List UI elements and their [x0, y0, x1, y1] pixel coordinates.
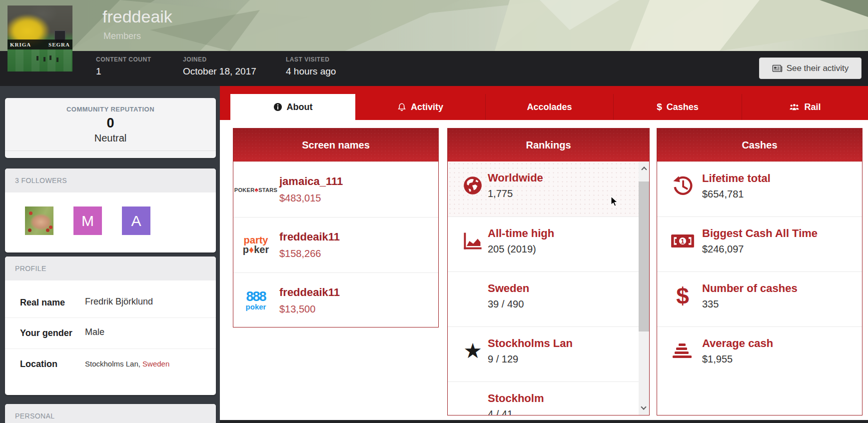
info-circle-icon: [273, 102, 282, 112]
rankings-scrollbar[interactable]: [639, 162, 649, 415]
follower-avatar-photo[interactable]: [25, 206, 53, 235]
screen-name: freddeaik11: [279, 286, 340, 299]
pokerstars-logo: POKER♠STARS: [236, 186, 275, 194]
avatar-banner-right: SEGRA: [48, 42, 70, 48]
cash-row-average-cash[interactable]: Average cash $1,955: [657, 326, 862, 382]
scroll-up-arrow-icon[interactable]: [641, 166, 647, 172]
profile-header: PROFILE: [5, 256, 216, 280]
profile-row-gender: Your gender Male: [5, 318, 216, 348]
cash-row-biggest-cash[interactable]: 1 Biggest Cash All Time $246,097: [657, 216, 862, 272]
cashes-header: Cashes: [657, 128, 862, 162]
ranking-row-stockholm[interactable]: Stockholm 4 / 41: [448, 382, 639, 415]
member-profile-page: KRIGA SEGRA freddeaik Members CONTENT CO…: [0, 0, 868, 423]
profile-card: PROFILE Real name Fredrik Björklund Your…: [5, 256, 216, 395]
location-region: Stockholms Lan,: [85, 360, 142, 368]
followers-header: 3 FOLLOWERS: [5, 168, 216, 192]
profile-stats-bar: CONTENT COUNT 1 JOINED October 18, 2017 …: [0, 51, 868, 86]
stat-content-count: CONTENT COUNT 1: [96, 56, 151, 77]
cash-row-number-of-cashes[interactable]: $ Number of cashes 335: [657, 272, 862, 326]
avatar-pitch: [7, 48, 72, 72]
screen-names-panel: Screen names POKER♠STARS jamaica_111 $48…: [233, 128, 439, 328]
poker888-logo: 888 poker: [236, 290, 275, 310]
ranking-row-stockholms-lan[interactable]: ★ Stockholms Lan 9 / 129: [448, 326, 639, 382]
reputation-title: COMMUNITY REPUTATION: [5, 106, 216, 113]
tab-activity[interactable]: Activity: [355, 94, 485, 120]
cash-row-lifetime-total[interactable]: Lifetime total $654,781: [657, 162, 862, 216]
profile-avatar[interactable]: KRIGA SEGRA: [7, 6, 72, 72]
ranking-row-sweden[interactable]: Sweden 39 / 490: [448, 272, 639, 326]
avatar-figures: [36, 56, 38, 60]
community-reputation-card: COMMUNITY REPUTATION 0 Neutral: [5, 98, 216, 158]
scrollbar-thumb[interactable]: [639, 182, 649, 332]
screen-name: jamaica_111: [279, 175, 343, 188]
avatar-banner-left: KRIGA: [10, 42, 31, 48]
partypoker-logo: party p♦ker: [236, 236, 275, 254]
rankings-list: Worldwide 1,775 All-time high 205 (2019): [448, 162, 639, 415]
profile-tab-bar: About Activity Accolades $ Cashes: [220, 86, 868, 120]
screen-name-row-888poker: 888 poker freddeaik11 $13,500: [233, 272, 438, 328]
dollar-icon: $: [657, 102, 662, 112]
see-activity-button[interactable]: See their activity: [759, 58, 862, 79]
users-icon: [789, 103, 800, 112]
star-icon: ★: [460, 338, 486, 364]
location-country-link[interactable]: Sweden: [142, 360, 169, 368]
rankings-panel: Rankings Worldwide 1,775: [447, 128, 650, 416]
stat-joined: JOINED October 18, 2017: [183, 56, 256, 77]
cashes-panel: Cashes Lifetime total $654,781: [657, 128, 863, 416]
newspaper-icon: [772, 64, 783, 73]
screen-name: freddeaik11: [279, 230, 340, 244]
area-chart-icon: [460, 228, 486, 254]
divider: [5, 150, 216, 151]
ranking-row-alltime-high[interactable]: All-time high 205 (2019): [448, 216, 639, 272]
reputation-value: 0: [5, 116, 216, 131]
dollar-icon: $: [668, 283, 697, 309]
profile-row-location: Location Stockholms Lan, Sweden: [5, 349, 216, 379]
screen-name-row-partypoker: party p♦ker freddeaik11 $158,266: [233, 217, 438, 272]
profile-row-real-name: Real name Fredrik Björklund: [5, 288, 216, 318]
rankings-header: Rankings: [448, 128, 649, 162]
stacked-bars-icon: [668, 338, 697, 364]
sidebar: COMMUNITY REPUTATION 0 Neutral 3 FOLLOWE…: [0, 86, 220, 423]
screen-names-header: Screen names: [233, 128, 438, 162]
bell-icon: [397, 102, 406, 112]
follower-avatar-m[interactable]: M: [73, 206, 102, 235]
money-bill-icon: 1: [668, 228, 697, 254]
reputation-status: Neutral: [5, 132, 216, 144]
followers-card: 3 FOLLOWERS M A: [5, 168, 216, 252]
page-title-username: freddeaik: [102, 7, 172, 26]
personal-card: PERSONAL: [5, 404, 216, 423]
tab-cashes[interactable]: $ Cashes: [613, 94, 742, 120]
avatar-banner: KRIGA SEGRA: [7, 40, 72, 50]
history-icon: [668, 173, 697, 199]
tab-about[interactable]: About: [230, 94, 355, 120]
screen-name-amount: $483,015: [279, 192, 343, 204]
follower-avatar-a[interactable]: A: [122, 206, 150, 235]
svg-text:1: 1: [681, 238, 684, 245]
tab-accolades[interactable]: Accolades: [485, 94, 613, 120]
tab-rail[interactable]: Rail: [742, 94, 868, 120]
screen-name-row-pokerstars: POKER♠STARS jamaica_111 $483,015: [233, 162, 438, 217]
ranking-row-worldwide[interactable]: Worldwide 1,775: [448, 162, 639, 216]
screen-name-amount: $158,266: [279, 248, 340, 260]
diamond-icon: ♦: [249, 244, 254, 255]
member-group-label: Members: [103, 31, 141, 42]
personal-header: PERSONAL: [5, 404, 216, 423]
scroll-down-arrow-icon[interactable]: [641, 404, 646, 410]
globe-icon: [460, 172, 486, 198]
screen-name-amount: $13,500: [279, 304, 340, 315]
stat-last-visited: LAST VISITED 4 hours ago: [286, 56, 336, 77]
